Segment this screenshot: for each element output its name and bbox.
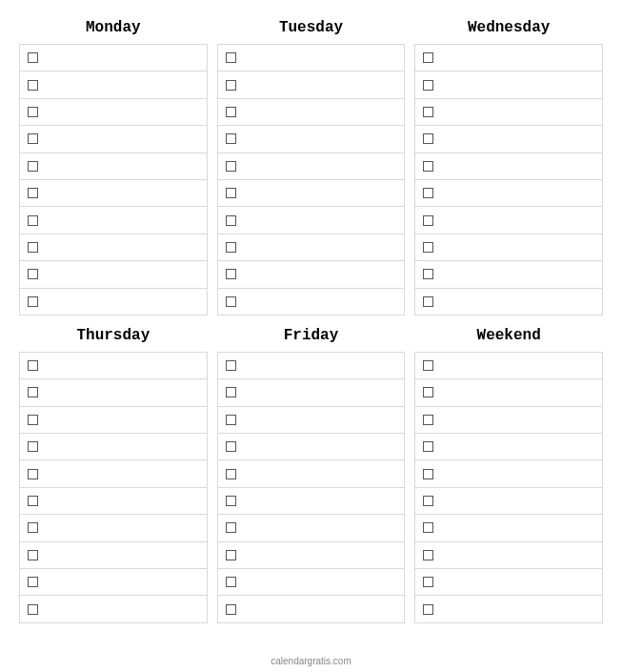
checkbox-icon[interactable]: [28, 360, 38, 371]
checkbox-icon[interactable]: [423, 296, 433, 307]
checkbox-icon[interactable]: [423, 496, 433, 506]
checkbox-icon[interactable]: [28, 522, 38, 533]
checkbox-icon[interactable]: [226, 415, 236, 425]
task-list: [19, 352, 208, 623]
checkbox-icon[interactable]: [226, 215, 236, 226]
checkbox-icon[interactable]: [423, 52, 433, 63]
task-row: [415, 289, 602, 316]
day-column-monday: Monday: [19, 13, 208, 316]
checkbox-icon[interactable]: [28, 215, 38, 226]
checkbox-icon[interactable]: [423, 133, 433, 144]
task-row: [415, 126, 602, 153]
checkbox-icon[interactable]: [28, 469, 38, 479]
checkbox-icon[interactable]: [226, 360, 236, 371]
checkbox-icon[interactable]: [423, 522, 433, 533]
task-row: [415, 45, 602, 71]
task-list: [217, 44, 406, 316]
checkbox-icon[interactable]: [423, 80, 433, 91]
task-row: [218, 126, 405, 153]
footer-attribution: calendargratis.com: [0, 656, 622, 666]
task-row: [415, 569, 602, 596]
task-row: [218, 261, 405, 288]
task-list: [414, 352, 603, 623]
task-row: [20, 153, 207, 180]
checkbox-icon[interactable]: [28, 188, 38, 198]
checkbox-icon[interactable]: [226, 296, 236, 307]
checkbox-icon[interactable]: [226, 604, 236, 615]
checkbox-icon[interactable]: [423, 441, 433, 452]
checkbox-icon[interactable]: [226, 496, 236, 506]
checkbox-icon[interactable]: [423, 269, 433, 279]
task-row: [20, 71, 207, 98]
checkbox-icon[interactable]: [28, 161, 38, 172]
checkbox-icon[interactable]: [423, 242, 433, 253]
checkbox-icon[interactable]: [28, 242, 38, 253]
task-row: [415, 407, 602, 434]
task-row: [218, 71, 405, 98]
checkbox-icon[interactable]: [28, 496, 38, 506]
day-column-friday: Friday: [217, 321, 406, 623]
task-row: [218, 569, 405, 596]
checkbox-icon[interactable]: [226, 550, 236, 560]
checkbox-icon[interactable]: [226, 269, 236, 279]
checkbox-icon[interactable]: [423, 604, 433, 615]
checkbox-icon[interactable]: [226, 161, 236, 172]
checkbox-icon[interactable]: [226, 242, 236, 253]
checkbox-icon[interactable]: [226, 577, 236, 587]
task-row: [218, 515, 405, 541]
task-row: [415, 434, 602, 460]
checkbox-icon[interactable]: [28, 441, 38, 452]
day-title: Tuesday: [217, 13, 406, 44]
checkbox-icon[interactable]: [28, 387, 38, 397]
task-row: [20, 45, 207, 71]
checkbox-icon[interactable]: [423, 215, 433, 226]
day-title: Weekend: [414, 321, 603, 352]
checkbox-icon[interactable]: [423, 107, 433, 117]
day-title: Thursday: [19, 321, 208, 352]
task-row: [218, 407, 405, 434]
checkbox-icon[interactable]: [28, 415, 38, 425]
task-row: [20, 488, 207, 515]
task-row: [415, 261, 602, 288]
day-title: Wednesday: [414, 13, 603, 44]
checkbox-icon[interactable]: [226, 441, 236, 452]
checkbox-icon[interactable]: [423, 161, 433, 172]
checkbox-icon[interactable]: [423, 188, 433, 198]
checkbox-icon[interactable]: [28, 296, 38, 307]
task-row: [218, 353, 405, 379]
checkbox-icon[interactable]: [226, 52, 236, 63]
checkbox-icon[interactable]: [28, 577, 38, 587]
checkbox-icon[interactable]: [226, 188, 236, 198]
checkbox-icon[interactable]: [226, 133, 236, 144]
task-row: [415, 353, 602, 379]
task-row: [415, 515, 602, 541]
checkbox-icon[interactable]: [423, 469, 433, 479]
checkbox-icon[interactable]: [423, 360, 433, 371]
task-row: [415, 379, 602, 406]
checkbox-icon[interactable]: [423, 415, 433, 425]
checkbox-icon[interactable]: [28, 133, 38, 144]
checkbox-icon[interactable]: [423, 577, 433, 587]
checkbox-icon[interactable]: [226, 469, 236, 479]
checkbox-icon[interactable]: [28, 269, 38, 279]
checkbox-icon[interactable]: [423, 387, 433, 397]
day-title: Monday: [19, 13, 208, 44]
checkbox-icon[interactable]: [423, 550, 433, 560]
checkbox-icon[interactable]: [226, 387, 236, 397]
task-row: [218, 207, 405, 234]
day-column-weekend: Weekend: [414, 321, 603, 623]
checkbox-icon[interactable]: [226, 107, 236, 117]
task-row: [20, 596, 207, 622]
task-row: [218, 379, 405, 406]
task-row: [218, 45, 405, 71]
checkbox-icon[interactable]: [28, 604, 38, 615]
task-row: [20, 379, 207, 406]
checkbox-icon[interactable]: [28, 52, 38, 63]
checkbox-icon[interactable]: [28, 550, 38, 560]
checkbox-icon[interactable]: [226, 80, 236, 91]
checkbox-icon[interactable]: [226, 522, 236, 533]
checkbox-icon[interactable]: [28, 107, 38, 117]
task-row: [218, 153, 405, 180]
task-row: [415, 460, 602, 487]
checkbox-icon[interactable]: [28, 80, 38, 91]
